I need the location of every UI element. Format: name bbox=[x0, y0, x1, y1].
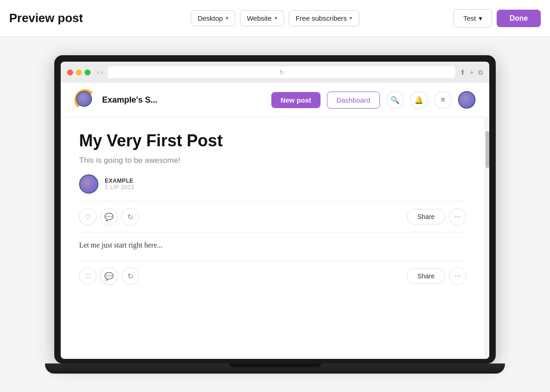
post-date: 2 LIP 2023 bbox=[105, 184, 134, 190]
scrollbar[interactable] bbox=[485, 117, 489, 359]
bell-icon: 🔔 bbox=[414, 96, 424, 104]
heart-icon: ♡ bbox=[85, 272, 91, 281]
share-button[interactable]: Share bbox=[407, 209, 445, 225]
website-dropdown[interactable]: Website ▾ bbox=[240, 10, 284, 26]
repost-icon: ↻ bbox=[127, 272, 133, 281]
post-actions-right-bottom: Share ··· bbox=[407, 267, 466, 285]
browser-content: Example's S... New post Dashboard 🔍 🔔 ≡ bbox=[61, 83, 489, 359]
author-name: EXAMPLE bbox=[105, 178, 134, 184]
back-icon[interactable]: ‹ bbox=[97, 69, 99, 76]
forward-icon[interactable]: › bbox=[101, 69, 103, 76]
chevron-down-icon: ▾ bbox=[479, 14, 482, 23]
post-subtitle: This is going to be awesome! bbox=[79, 156, 466, 165]
laptop-screen: ‹ › ↻ ⬆ + ⧉ Example bbox=[54, 55, 496, 363]
traffic-lights bbox=[67, 69, 91, 75]
dashboard-button[interactable]: Dashboard bbox=[327, 92, 380, 109]
post-body: Let me just start right here... bbox=[79, 239, 466, 251]
more-button-bottom[interactable]: ··· bbox=[449, 267, 466, 285]
post-area: My Very First Post This is going to be a… bbox=[61, 117, 485, 359]
post-divider-2 bbox=[79, 232, 466, 232]
new-post-button[interactable]: New post bbox=[271, 92, 321, 108]
more-button[interactable]: ··· bbox=[449, 208, 466, 225]
author-avatar bbox=[79, 174, 98, 194]
top-bar-controls: Desktop ▾ Website ▾ Free subscribers ▾ bbox=[191, 10, 360, 26]
repost-icon: ↻ bbox=[127, 213, 133, 221]
scrollbar-thumb[interactable] bbox=[486, 131, 489, 168]
post-divider-3 bbox=[79, 260, 466, 261]
heart-icon: ♡ bbox=[85, 213, 91, 221]
laptop-base bbox=[45, 363, 505, 374]
chevron-down-icon: ▾ bbox=[275, 15, 277, 21]
post-actions-top: ♡ 💬 ↻ Share ··· bbox=[79, 208, 466, 225]
laptop-foot bbox=[229, 363, 321, 367]
done-button[interactable]: Done bbox=[497, 10, 541, 27]
new-tab-icon[interactable]: + bbox=[470, 69, 474, 76]
like-button[interactable]: ♡ bbox=[79, 208, 97, 225]
comment-button-bottom[interactable]: 💬 bbox=[100, 267, 118, 285]
tabs-icon[interactable]: ⧉ bbox=[478, 69, 483, 76]
browser-scrollable: My Very First Post This is going to be a… bbox=[61, 117, 489, 359]
close-icon[interactable] bbox=[67, 69, 73, 75]
site-logo bbox=[74, 89, 96, 110]
nav-arrows: ‹ › bbox=[97, 69, 103, 76]
bell-nav-button[interactable]: 🔔 bbox=[410, 91, 428, 109]
refresh-icon: ↻ bbox=[279, 69, 284, 76]
site-name: Example's S... bbox=[102, 95, 157, 105]
browser-chrome: ‹ › ↻ ⬆ + ⧉ bbox=[61, 62, 489, 83]
comment-icon: 💬 bbox=[104, 272, 114, 281]
hamburger-icon: ≡ bbox=[441, 96, 445, 104]
minimize-icon[interactable] bbox=[76, 69, 82, 75]
browser-actions: ⬆ + ⧉ bbox=[460, 69, 483, 76]
like-button-bottom[interactable]: ♡ bbox=[79, 267, 97, 285]
address-bar[interactable]: ↻ bbox=[108, 66, 455, 78]
desktop-dropdown[interactable]: Desktop ▾ bbox=[191, 10, 235, 26]
post-actions-right: Share ··· bbox=[407, 208, 466, 225]
ellipsis-icon: ··· bbox=[454, 272, 460, 280]
menu-nav-button[interactable]: ≡ bbox=[434, 91, 452, 109]
post-actions-bottom: ♡ 💬 ↻ Share ··· bbox=[79, 267, 466, 285]
chevron-down-icon: ▾ bbox=[226, 15, 229, 21]
post-author-info: EXAMPLE 2 LIP 2023 bbox=[105, 178, 134, 190]
maximize-icon[interactable] bbox=[85, 69, 91, 75]
page-title: Preview post bbox=[9, 11, 83, 25]
site-logo-inner bbox=[76, 91, 92, 107]
subscribers-dropdown[interactable]: Free subscribers ▾ bbox=[289, 10, 360, 26]
share-browser-icon[interactable]: ⬆ bbox=[460, 69, 465, 76]
post-title: My Very First Post bbox=[79, 131, 466, 150]
top-bar-actions: Test ▾ Done bbox=[453, 9, 541, 28]
repost-button[interactable]: ↻ bbox=[121, 208, 139, 225]
search-icon: 🔍 bbox=[390, 96, 400, 104]
chevron-down-icon: ▾ bbox=[349, 15, 352, 21]
post-divider bbox=[79, 201, 466, 202]
test-button[interactable]: Test ▾ bbox=[453, 9, 492, 28]
post-meta: EXAMPLE 2 LIP 2023 bbox=[79, 174, 466, 194]
main-content: ‹ › ↻ ⬆ + ⧉ Example bbox=[0, 37, 550, 392]
laptop-mockup: ‹ › ↻ ⬆ + ⧉ Example bbox=[45, 55, 505, 374]
share-button-bottom[interactable]: Share bbox=[407, 268, 445, 284]
comment-button[interactable]: 💬 bbox=[100, 208, 118, 225]
comment-icon: 💬 bbox=[104, 213, 114, 221]
repost-button-bottom[interactable]: ↻ bbox=[121, 267, 139, 285]
search-nav-button[interactable]: 🔍 bbox=[386, 91, 404, 109]
ellipsis-icon: ··· bbox=[454, 213, 460, 221]
site-nav: Example's S... New post Dashboard 🔍 🔔 ≡ bbox=[61, 83, 489, 117]
user-avatar[interactable] bbox=[458, 91, 476, 109]
top-bar: Preview post Desktop ▾ Website ▾ Free su… bbox=[0, 0, 550, 37]
